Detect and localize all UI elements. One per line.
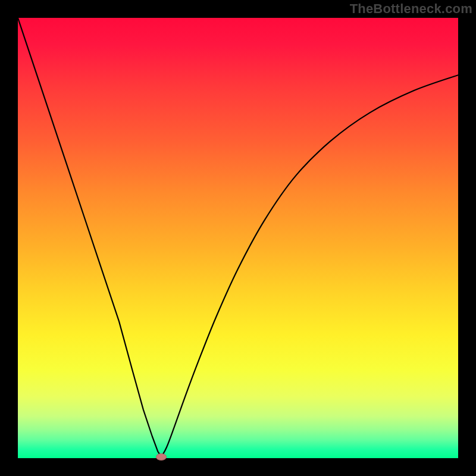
curve-left-branch (18, 18, 161, 457)
plot-area (18, 18, 458, 458)
curve-right-branch (161, 75, 458, 457)
watermark-text: TheBottleneck.com (350, 1, 472, 17)
chart-frame: TheBottleneck.com (0, 0, 476, 476)
minimum-marker (156, 453, 167, 461)
bottleneck-curve (18, 18, 458, 458)
